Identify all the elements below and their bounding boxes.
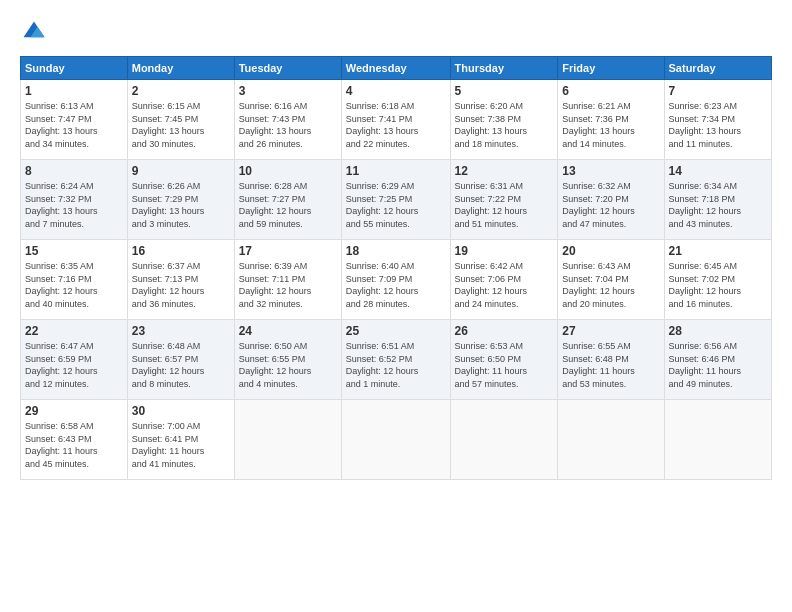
day-number: 5 <box>455 84 554 98</box>
day-cell: 9Sunrise: 6:26 AM Sunset: 7:29 PM Daylig… <box>127 160 234 240</box>
day-cell: 19Sunrise: 6:42 AM Sunset: 7:06 PM Dayli… <box>450 240 558 320</box>
day-cell: 30Sunrise: 7:00 AM Sunset: 6:41 PM Dayli… <box>127 400 234 480</box>
day-info: Sunrise: 6:58 AM Sunset: 6:43 PM Dayligh… <box>25 420 123 470</box>
header-cell-monday: Monday <box>127 57 234 80</box>
day-info: Sunrise: 7:00 AM Sunset: 6:41 PM Dayligh… <box>132 420 230 470</box>
calendar-table: SundayMondayTuesdayWednesdayThursdayFrid… <box>20 56 772 480</box>
day-cell: 6Sunrise: 6:21 AM Sunset: 7:36 PM Daylig… <box>558 80 664 160</box>
day-cell: 15Sunrise: 6:35 AM Sunset: 7:16 PM Dayli… <box>21 240 128 320</box>
week-row-3: 15Sunrise: 6:35 AM Sunset: 7:16 PM Dayli… <box>21 240 772 320</box>
day-number: 10 <box>239 164 337 178</box>
day-cell: 21Sunrise: 6:45 AM Sunset: 7:02 PM Dayli… <box>664 240 771 320</box>
header-cell-sunday: Sunday <box>21 57 128 80</box>
day-number: 26 <box>455 324 554 338</box>
day-cell: 2Sunrise: 6:15 AM Sunset: 7:45 PM Daylig… <box>127 80 234 160</box>
week-row-1: 1Sunrise: 6:13 AM Sunset: 7:47 PM Daylig… <box>21 80 772 160</box>
day-cell: 25Sunrise: 6:51 AM Sunset: 6:52 PM Dayli… <box>341 320 450 400</box>
day-info: Sunrise: 6:55 AM Sunset: 6:48 PM Dayligh… <box>562 340 659 390</box>
day-info: Sunrise: 6:20 AM Sunset: 7:38 PM Dayligh… <box>455 100 554 150</box>
day-info: Sunrise: 6:47 AM Sunset: 6:59 PM Dayligh… <box>25 340 123 390</box>
week-row-5: 29Sunrise: 6:58 AM Sunset: 6:43 PM Dayli… <box>21 400 772 480</box>
day-number: 1 <box>25 84 123 98</box>
day-number: 28 <box>669 324 767 338</box>
day-info: Sunrise: 6:24 AM Sunset: 7:32 PM Dayligh… <box>25 180 123 230</box>
day-number: 23 <box>132 324 230 338</box>
day-info: Sunrise: 6:26 AM Sunset: 7:29 PM Dayligh… <box>132 180 230 230</box>
day-number: 13 <box>562 164 659 178</box>
day-number: 24 <box>239 324 337 338</box>
day-cell <box>450 400 558 480</box>
day-number: 19 <box>455 244 554 258</box>
day-cell: 10Sunrise: 6:28 AM Sunset: 7:27 PM Dayli… <box>234 160 341 240</box>
day-number: 14 <box>669 164 767 178</box>
day-number: 4 <box>346 84 446 98</box>
day-info: Sunrise: 6:48 AM Sunset: 6:57 PM Dayligh… <box>132 340 230 390</box>
day-number: 30 <box>132 404 230 418</box>
day-cell <box>558 400 664 480</box>
day-info: Sunrise: 6:23 AM Sunset: 7:34 PM Dayligh… <box>669 100 767 150</box>
day-info: Sunrise: 6:32 AM Sunset: 7:20 PM Dayligh… <box>562 180 659 230</box>
day-cell: 20Sunrise: 6:43 AM Sunset: 7:04 PM Dayli… <box>558 240 664 320</box>
day-number: 9 <box>132 164 230 178</box>
calendar-body: 1Sunrise: 6:13 AM Sunset: 7:47 PM Daylig… <box>21 80 772 480</box>
day-number: 12 <box>455 164 554 178</box>
day-cell <box>234 400 341 480</box>
day-info: Sunrise: 6:35 AM Sunset: 7:16 PM Dayligh… <box>25 260 123 310</box>
day-cell: 28Sunrise: 6:56 AM Sunset: 6:46 PM Dayli… <box>664 320 771 400</box>
day-cell <box>664 400 771 480</box>
day-number: 25 <box>346 324 446 338</box>
day-number: 21 <box>669 244 767 258</box>
header-cell-thursday: Thursday <box>450 57 558 80</box>
day-cell <box>341 400 450 480</box>
header-row: SundayMondayTuesdayWednesdayThursdayFrid… <box>21 57 772 80</box>
day-cell: 7Sunrise: 6:23 AM Sunset: 7:34 PM Daylig… <box>664 80 771 160</box>
header-cell-friday: Friday <box>558 57 664 80</box>
day-info: Sunrise: 6:39 AM Sunset: 7:11 PM Dayligh… <box>239 260 337 310</box>
page: SundayMondayTuesdayWednesdayThursdayFrid… <box>0 0 792 612</box>
day-number: 7 <box>669 84 767 98</box>
logo <box>20 18 52 46</box>
day-number: 22 <box>25 324 123 338</box>
day-number: 17 <box>239 244 337 258</box>
day-cell: 27Sunrise: 6:55 AM Sunset: 6:48 PM Dayli… <box>558 320 664 400</box>
day-info: Sunrise: 6:37 AM Sunset: 7:13 PM Dayligh… <box>132 260 230 310</box>
calendar-header: SundayMondayTuesdayWednesdayThursdayFrid… <box>21 57 772 80</box>
day-cell: 14Sunrise: 6:34 AM Sunset: 7:18 PM Dayli… <box>664 160 771 240</box>
header-cell-saturday: Saturday <box>664 57 771 80</box>
day-info: Sunrise: 6:42 AM Sunset: 7:06 PM Dayligh… <box>455 260 554 310</box>
day-info: Sunrise: 6:34 AM Sunset: 7:18 PM Dayligh… <box>669 180 767 230</box>
day-cell: 16Sunrise: 6:37 AM Sunset: 7:13 PM Dayli… <box>127 240 234 320</box>
day-number: 6 <box>562 84 659 98</box>
day-cell: 23Sunrise: 6:48 AM Sunset: 6:57 PM Dayli… <box>127 320 234 400</box>
day-number: 20 <box>562 244 659 258</box>
day-number: 2 <box>132 84 230 98</box>
day-cell: 22Sunrise: 6:47 AM Sunset: 6:59 PM Dayli… <box>21 320 128 400</box>
day-number: 29 <box>25 404 123 418</box>
day-cell: 1Sunrise: 6:13 AM Sunset: 7:47 PM Daylig… <box>21 80 128 160</box>
day-info: Sunrise: 6:13 AM Sunset: 7:47 PM Dayligh… <box>25 100 123 150</box>
day-cell: 13Sunrise: 6:32 AM Sunset: 7:20 PM Dayli… <box>558 160 664 240</box>
day-info: Sunrise: 6:29 AM Sunset: 7:25 PM Dayligh… <box>346 180 446 230</box>
day-cell: 12Sunrise: 6:31 AM Sunset: 7:22 PM Dayli… <box>450 160 558 240</box>
day-info: Sunrise: 6:18 AM Sunset: 7:41 PM Dayligh… <box>346 100 446 150</box>
day-info: Sunrise: 6:15 AM Sunset: 7:45 PM Dayligh… <box>132 100 230 150</box>
day-info: Sunrise: 6:45 AM Sunset: 7:02 PM Dayligh… <box>669 260 767 310</box>
day-cell: 5Sunrise: 6:20 AM Sunset: 7:38 PM Daylig… <box>450 80 558 160</box>
header-cell-wednesday: Wednesday <box>341 57 450 80</box>
day-info: Sunrise: 6:53 AM Sunset: 6:50 PM Dayligh… <box>455 340 554 390</box>
day-cell: 8Sunrise: 6:24 AM Sunset: 7:32 PM Daylig… <box>21 160 128 240</box>
logo-icon <box>20 18 48 46</box>
day-number: 8 <box>25 164 123 178</box>
header-cell-tuesday: Tuesday <box>234 57 341 80</box>
day-cell: 4Sunrise: 6:18 AM Sunset: 7:41 PM Daylig… <box>341 80 450 160</box>
day-cell: 29Sunrise: 6:58 AM Sunset: 6:43 PM Dayli… <box>21 400 128 480</box>
day-number: 18 <box>346 244 446 258</box>
day-info: Sunrise: 6:56 AM Sunset: 6:46 PM Dayligh… <box>669 340 767 390</box>
day-info: Sunrise: 6:21 AM Sunset: 7:36 PM Dayligh… <box>562 100 659 150</box>
day-number: 27 <box>562 324 659 338</box>
day-info: Sunrise: 6:51 AM Sunset: 6:52 PM Dayligh… <box>346 340 446 390</box>
week-row-2: 8Sunrise: 6:24 AM Sunset: 7:32 PM Daylig… <box>21 160 772 240</box>
day-info: Sunrise: 6:28 AM Sunset: 7:27 PM Dayligh… <box>239 180 337 230</box>
day-cell: 18Sunrise: 6:40 AM Sunset: 7:09 PM Dayli… <box>341 240 450 320</box>
day-info: Sunrise: 6:31 AM Sunset: 7:22 PM Dayligh… <box>455 180 554 230</box>
